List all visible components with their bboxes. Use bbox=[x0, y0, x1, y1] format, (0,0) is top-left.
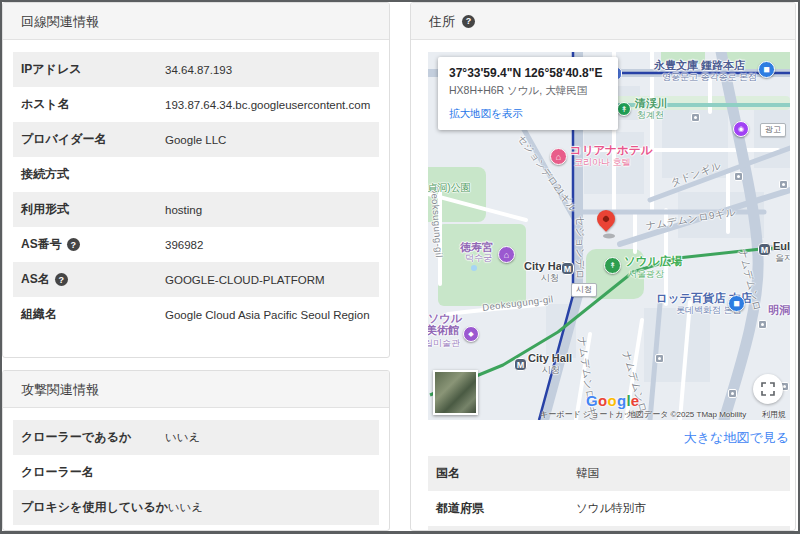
metro-station-icon[interactable]: M bbox=[758, 243, 771, 256]
photo-poi-icon[interactable]: ◉ bbox=[733, 121, 749, 137]
row-label: クローラー名 bbox=[21, 464, 94, 481]
table-row: AS名? GOOGLE-CLOUD-PLATFORM bbox=[13, 262, 379, 297]
street-view-pegman-thumbnail[interactable] bbox=[433, 370, 478, 415]
palace-poi-icon[interactable]: ⌂ bbox=[498, 246, 515, 263]
museum-poi-icon[interactable]: ◆ bbox=[463, 326, 479, 342]
row-value: Google LLC bbox=[165, 134, 226, 146]
line-info-table: IPアドレス 34.64.87.193 ホスト名 193.87.64.34.bc… bbox=[3, 40, 389, 344]
row-value: いいえ bbox=[168, 500, 203, 515]
table-row: クローラーであるか いいえ bbox=[13, 420, 379, 455]
line-info-panel: 回線関連情報 IPアドレス 34.64.87.193 ホスト名 193.87.6… bbox=[2, 2, 390, 358]
table-row: クローラー名 bbox=[13, 455, 379, 490]
row-value: 396982 bbox=[165, 239, 203, 251]
transit-stop-icon bbox=[779, 180, 788, 189]
plus-code-text: HX8H+H6R ソウル, 大韓民国 bbox=[449, 84, 607, 98]
address-panel-header: 住所 ? bbox=[411, 3, 795, 40]
poi-label-museum-kr: 립미술관 bbox=[428, 338, 460, 348]
poi-label-koreana-hotel[interactable]: コリアナホテル bbox=[570, 144, 652, 157]
row-value: 韓国 bbox=[576, 466, 599, 481]
transit-stop-icon bbox=[734, 172, 743, 181]
attack-info-title: 攻撃関連情報 bbox=[21, 372, 99, 407]
transit-stop-icon bbox=[655, 354, 664, 363]
line-info-title: 回線関連情報 bbox=[21, 4, 99, 39]
help-icon[interactable]: ? bbox=[462, 15, 475, 28]
map-info-window: 37°33'59.4"N 126°58'40.8"E HX8H+H6R ソウル,… bbox=[438, 57, 618, 130]
table-row: 接続方式 bbox=[13, 157, 379, 192]
tree-icon[interactable]: ↟ bbox=[617, 102, 631, 116]
keyboard-shortcuts-link[interactable]: キーボード ショートカット bbox=[540, 409, 640, 420]
city-hall-station-badge: 시청 bbox=[571, 283, 597, 297]
poi-label-seoul-plaza-kr: 서울광장 bbox=[628, 269, 664, 279]
table-row: AS番号? 396982 bbox=[13, 227, 379, 262]
google-logo[interactable]: Google bbox=[586, 392, 640, 409]
terms-link[interactable]: 利用規約 bbox=[762, 409, 790, 420]
row-label: プロキシを使用しているか bbox=[21, 499, 168, 516]
poi-label-myeongdong: 明洞 bbox=[768, 304, 790, 317]
address-title: 住所 bbox=[429, 4, 455, 39]
table-row: 利用形式 hosting bbox=[13, 192, 379, 227]
row-label: プロバイダー名 bbox=[21, 131, 106, 148]
row-label: ホスト名 bbox=[21, 96, 70, 113]
hotel-poi-icon[interactable]: ⌂ bbox=[550, 148, 567, 165]
map-pin-marker[interactable] bbox=[596, 210, 616, 238]
ad-badge: 광고 bbox=[760, 123, 786, 137]
row-label: 接続方式 bbox=[21, 166, 69, 183]
row-label: 国名 bbox=[436, 465, 460, 482]
transit-stop-icon bbox=[758, 320, 767, 329]
row-value: いいえ bbox=[165, 430, 200, 445]
poi-label-yp-books-kr: 영풍문고 종각종로 본점 bbox=[662, 72, 757, 82]
row-value: Google Cloud Asia Pacific Seoul Region bbox=[165, 309, 370, 321]
transit-stop-icon bbox=[728, 389, 737, 398]
help-icon[interactable]: ? bbox=[55, 273, 68, 286]
poi-label-koreana-hotel-kr: 코리아나 호텔 bbox=[574, 157, 631, 167]
help-icon[interactable]: ? bbox=[67, 238, 80, 251]
view-larger-map-link[interactable]: 大きな地図で見る bbox=[428, 429, 789, 447]
poi-label-euljiro: Eul bbox=[773, 240, 790, 253]
google-map-embed[interactable]: セジョンデロ21ギル タドンギル ナムデムンロ9ギル セジョンデロ Deoksu… bbox=[428, 52, 790, 420]
poi-label-deoksugung-kr: 덕수궁 bbox=[465, 253, 492, 263]
row-label: 利用形式 bbox=[21, 201, 69, 218]
expand-map-link[interactable]: 拡大地図を表示 bbox=[449, 107, 607, 121]
table-row: プロバイダー名 Google LLC bbox=[13, 122, 379, 157]
poi-label-museum-2: 美術館 bbox=[428, 324, 459, 337]
table-row: 組織名 Google Cloud Asia Pacific Seoul Regi… bbox=[13, 297, 379, 332]
table-row bbox=[428, 526, 790, 531]
metro-station-icon[interactable]: M bbox=[514, 358, 527, 371]
plaza-tree-icon[interactable]: ↟ bbox=[604, 257, 621, 274]
row-label: IPアドレス bbox=[21, 61, 81, 78]
row-value: 34.64.87.193 bbox=[165, 64, 232, 76]
table-row: プロキシを使用しているか いいえ bbox=[13, 490, 379, 525]
poi-label-jeongdong-park: (貞洞)公園 bbox=[428, 182, 471, 194]
row-label: AS名 bbox=[21, 271, 50, 288]
fullscreen-button[interactable] bbox=[753, 374, 783, 404]
poi-label-cheonggyecheon[interactable]: 清渓川 bbox=[635, 97, 668, 110]
row-label: 都道府県 bbox=[436, 500, 484, 517]
row-value: 193.87.64.34.bc.googleusercontent.com bbox=[165, 99, 370, 111]
row-label: AS番号 bbox=[21, 236, 62, 253]
attack-info-panel: 攻撃関連情報 クローラーであるか いいえ クローラー名 プロキシを使用しているか… bbox=[2, 370, 390, 531]
page: 回線関連情報 IPアドレス 34.64.87.193 ホスト名 193.87.6… bbox=[0, 0, 800, 534]
street-label-sejongdaero: セジョンデロ bbox=[574, 216, 586, 280]
row-label: クローラーであるか bbox=[21, 429, 131, 446]
poi-label-euljiro-kr: 을지 bbox=[775, 253, 790, 263]
coordinates-text: 37°33'59.4"N 126°58'40.8"E bbox=[449, 66, 607, 80]
table-row: ホスト名 193.87.64.34.bc.googleusercontent.c… bbox=[13, 87, 379, 122]
row-label: 組織名 bbox=[21, 306, 57, 323]
bookstore-shopping-icon[interactable]: ◼ bbox=[758, 61, 775, 78]
metro-station-icon[interactable]: M bbox=[561, 262, 574, 275]
attack-info-table: クローラーであるか いいえ クローラー名 プロキシを使用しているか いいえ bbox=[3, 408, 389, 531]
poi-label-museum-1[interactable]: ソウル bbox=[428, 312, 462, 325]
poi-label-city-hall-kr: 시청 bbox=[541, 273, 559, 283]
row-value: ソウル特別市 bbox=[576, 501, 646, 516]
address-table: 国名 韓国 都道府県 ソウル特別市 bbox=[428, 456, 790, 531]
poi-label-yp-books[interactable]: 永豊文庫 鍾路本店 bbox=[654, 59, 745, 72]
table-row: IPアドレス 34.64.87.193 bbox=[13, 52, 379, 87]
department-store-icon[interactable]: ◼ bbox=[728, 295, 745, 312]
poi-label-city-hall-2[interactable]: City Hall bbox=[528, 352, 572, 365]
row-value: GOOGLE-CLOUD-PLATFORM bbox=[165, 274, 325, 286]
poi-label-deoksugung[interactable]: 徳寿宮 bbox=[460, 241, 493, 254]
poi-label-seoul-plaza[interactable]: ソウル広場 bbox=[624, 255, 682, 268]
address-panel: 住所 ? bbox=[410, 2, 796, 531]
address-panel-body: セジョンデロ21ギル タドンギル ナムデムンロ9ギル セジョンデロ Deoksu… bbox=[411, 40, 795, 531]
poi-label-city-hall-2-kr: 시청 bbox=[542, 365, 560, 375]
